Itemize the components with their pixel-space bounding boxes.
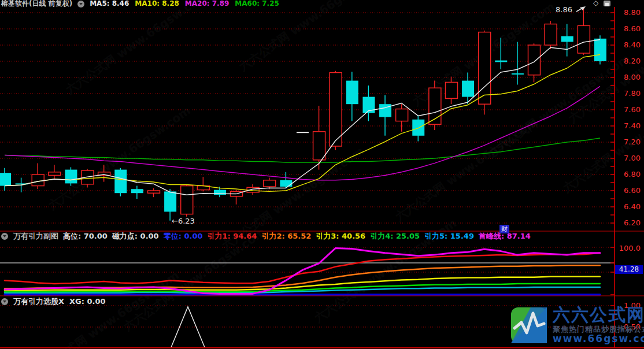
price-axis-label: 6.80 — [616, 170, 641, 179]
logo-subtitle: 聚焦热门精品炒股指标公式 — [553, 325, 644, 333]
price-axis-label: 8.80 — [616, 9, 641, 17]
stock-title: 榕基软件(日线 前复权) — [1, 0, 72, 8]
indicator1-params: 万有引力副图高位: 70.00磁力点: 0.00零位: 0.00引力1: 94.… — [13, 232, 531, 240]
indicator-param-label: 引力4: 25.05 — [370, 232, 420, 240]
ma-labels: MA5: 8.46MA10: 8.28MA20: 7.89MA60: 7.25 — [90, 0, 279, 8]
indicator1-header: 万有引力副图高位: 70.00磁力点: 0.00零位: 0.00引力1: 94.… — [1, 232, 531, 240]
price-axis-label: 8.60 — [616, 25, 641, 33]
price-axis-label: 8.20 — [616, 57, 641, 65]
price-axis-label: 6.20 — [616, 219, 641, 227]
diamond-marker-icon[interactable]: ◇ — [593, 0, 598, 7]
collapse-panel-icon[interactable] — [1, 233, 8, 240]
indicator-param-label: 万有引力副图 — [13, 232, 58, 240]
indicator-param-label: 引力3: 40.56 — [316, 232, 365, 240]
indicator1-axis-label: 100.0 — [616, 244, 641, 253]
price-axis-label: 8.40 — [616, 41, 641, 49]
price-axis-label: 7.80 — [616, 90, 641, 98]
indicator1-value-badge: 41.28 — [615, 265, 643, 274]
indicator2-name: 万有引力选股X — [13, 298, 64, 305]
ma-label: MA60: 7.25 — [235, 0, 279, 8]
logo-title: 六六公式网 — [553, 305, 644, 325]
price-axis-label: 6.40 — [616, 203, 641, 211]
price-axis-label: 7.40 — [616, 122, 641, 130]
indicator-param-label: 高位: 70.00 — [63, 232, 108, 240]
high-price-label: 8.86 — [556, 6, 572, 14]
low-price-label: ←6.23 — [172, 217, 195, 225]
price-axis-label: 7.60 — [616, 106, 641, 114]
ma-label: MA20: 7.89 — [185, 0, 230, 8]
price-axis-label: 7.00 — [616, 154, 641, 162]
ma-label: MA10: 8.28 — [135, 0, 179, 8]
site-logo: 六六公式网 聚焦热门精品炒股指标公式 www.66gsw.com — [511, 305, 644, 344]
price-axis-label: 8.00 — [616, 73, 641, 81]
stock-chart-app: 六六公式网 www.66gsw.com六六公式网 www.66gsw.com六六… — [0, 0, 644, 349]
ma-label: MA5: 8.46 — [90, 0, 129, 8]
indicator-param-label: 引力5: 15.49 — [424, 232, 474, 240]
save-icon[interactable] — [604, 1, 610, 6]
indicator-param-label: 引力2: 65.52 — [261, 232, 311, 240]
indicator-param-label: 零位: 0.00 — [164, 232, 203, 240]
chart-header: 榕基软件(日线 前复权) MA5: 8.46MA10: 8.28MA20: 7.… — [1, 0, 279, 8]
collapse-panel-icon[interactable] — [1, 298, 8, 305]
price-axis-label: 6.60 — [616, 187, 641, 195]
indicator-param-label: 首峰线: 87.14 — [479, 232, 531, 240]
indicator2-xg-value: XG: 0.00 — [69, 298, 106, 305]
indicator-param-label: 磁力点: 0.00 — [112, 232, 159, 240]
indicator-param-label: 引力1: 94.64 — [207, 232, 257, 240]
logo-icon — [511, 305, 548, 343]
logo-url[interactable]: www.66gsw.com — [553, 333, 644, 344]
price-axis-label: 7.20 — [616, 138, 641, 146]
indicator2-header: 万有引力选股X XG: 0.00 — [1, 298, 106, 305]
period-dropdown-icon[interactable] — [77, 1, 84, 8]
